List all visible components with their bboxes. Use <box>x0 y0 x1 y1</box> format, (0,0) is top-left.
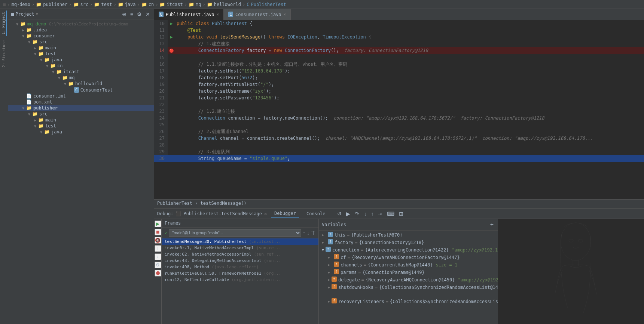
collapse-all-button[interactable]: ≡ <box>129 10 134 18</box>
debug-tab-debugger[interactable]: Debugger <box>271 209 299 218</box>
breadcrumb-itcast[interactable]: itcast <box>167 2 183 7</box>
frame-item-5[interactable]: runReflectiveCall:59, FrameworkMethod$1 … <box>162 270 318 277</box>
thread-down-btn[interactable]: ↓ <box>307 230 309 236</box>
frame-item-0[interactable]: testSendMessage:30, PublisherTest (cn.it… <box>162 238 318 245</box>
settings-button[interactable]: ⚙ <box>136 10 143 18</box>
tree-item-consumer-itcast[interactable]: ▼ 📁 itcast <box>8 69 154 75</box>
locate-file-button[interactable]: ⊕ <box>121 10 127 18</box>
resume-side-btn[interactable]: ▶ <box>155 220 161 227</box>
folder-icon-consumer-java: 📁 <box>44 57 50 62</box>
close-tab-publishertest[interactable]: ✕ <box>217 12 219 17</box>
tab-publishertest[interactable]: C PublisherTest.java ✕ <box>154 9 224 20</box>
tree-item-consumer-java[interactable]: ▼ 📁 java <box>8 57 154 63</box>
tree-arrow-publisher-src: ▼ <box>26 112 32 116</box>
tab-label-consumertest: ConsumerTest.java <box>235 12 281 17</box>
tree-item-consumer-mq[interactable]: ▼ 📁 mq <box>8 75 154 81</box>
tree-item-publisher-main[interactable]: ▶ 📁 main <box>8 117 154 123</box>
tree-item-consumer-cn[interactable]: ▼ 📁 cn <box>8 63 154 69</box>
svg-point-0 <box>561 223 591 260</box>
settings-side-btn[interactable]: ⚙ <box>155 262 161 268</box>
breadcrumb-test[interactable]: test <box>101 2 112 7</box>
tab-project[interactable]: 1: Project <box>1 10 7 36</box>
breadcrumb-mq[interactable]: mq <box>196 2 201 7</box>
tree-item-publisher[interactable]: ▼ 📁 publisher <box>8 105 154 111</box>
code-editor[interactable]: 10 ▶ public class PublisherTest { 11 @Te… <box>154 20 644 199</box>
tree-item-consumer-test[interactable]: ▼ 📁 test <box>8 51 154 57</box>
line-27: 27 Channel channel = connection.createCh… <box>154 135 644 142</box>
tree-item-pomxml[interactable]: 📄 pom.xml <box>8 99 154 105</box>
run-to-cursor-button[interactable]: ⇥ <box>376 210 384 217</box>
tree-arrow-consumer-itcast: ▼ <box>50 70 56 74</box>
evaluate-button[interactable]: ⌨ <box>385 210 396 217</box>
folder-icon-publisher-java: 📁 <box>44 129 50 135</box>
step-over-button[interactable]: ↷ <box>353 210 361 217</box>
tree-item-publisher-java[interactable]: ▼ 📁 java <box>8 129 154 135</box>
tree-item-consumer-src[interactable]: ▼ 📁 src <box>8 39 154 45</box>
red-dot-btn[interactable] <box>155 270 161 277</box>
tree-item-consumeriml[interactable]: 📄 consumer.iml <box>8 93 154 99</box>
folder-icon-publisher: 📁 <box>26 105 32 111</box>
vertical-tab-strip: 1: Project 2: Structure <box>0 9 8 324</box>
breadcrumb-src[interactable]: src <box>80 2 89 7</box>
tree-item-mqdemo[interactable]: ▼ 📁 mq-demo G:\Projects\IdeaProjects\mq-… <box>8 21 154 27</box>
step-into-button[interactable]: ↓ <box>362 210 368 217</box>
var-item-recoverylisteners[interactable]: ▶ f recoveryListeners = {Collections$Syn… <box>319 298 498 312</box>
breadcrumb-helloworld[interactable]: helloworld <box>214 2 241 7</box>
close-sidebar-button[interactable]: ✕ <box>145 10 151 18</box>
tree-arrow-mqdemo: ▼ <box>14 22 20 26</box>
frame-item-2[interactable]: invoke:62, NativeMethodAccessorImpl (sun… <box>162 251 318 257</box>
tree-item-consumer-main[interactable]: ▶ 📁 main <box>8 45 154 51</box>
stop-side-btn[interactable]: ⏹ <box>155 229 161 235</box>
tree-item-consumer[interactable]: ▼ 📁 consumer <box>8 33 154 39</box>
breadcrumb-cn[interactable]: cn <box>149 2 154 7</box>
line-15: 15 <box>154 54 644 61</box>
tree-item-publisher-src[interactable]: ▼ 📁 src <box>8 111 154 117</box>
line-10: 10 ▶ public class PublisherTest { <box>154 20 644 27</box>
thread-selector: ✓ "main"@1 in group "main"... ↑ ↓ ⊤ <box>162 228 318 238</box>
frame-item-3[interactable]: invoke:43, DelegatingMethodAccessorImpl … <box>162 257 318 264</box>
close-tab-consumertest[interactable]: ✕ <box>284 12 286 17</box>
breadcrumb-publishertest[interactable]: PublisherTest <box>251 2 286 7</box>
resume-button[interactable]: ▶ <box>345 210 352 217</box>
restore-button[interactable]: ⊞ <box>397 210 405 217</box>
var-item-delegate[interactable]: ▶ f delegate = {RecoveryAwareAMQConnecti… <box>319 276 498 284</box>
var-item-this[interactable]: ▶ f this = {PublisherTest@870} <box>319 231 498 239</box>
var-item-params[interactable]: ▶ f params = {ConnectionParams@1449} <box>319 269 498 276</box>
var-item-cf[interactable]: ▶ f cf = {RecoveryAwareAMQConnectionFact… <box>319 254 498 261</box>
breadcrumb-mqdemo[interactable]: mq-demo <box>11 2 30 7</box>
var-item-channels[interactable]: ▶ f channels = {ConcurrentHashMap@1448} … <box>319 261 498 269</box>
debug-tab-console[interactable]: Console <box>303 210 329 218</box>
breadcrumb-publisher[interactable]: publisher <box>43 2 67 7</box>
thread-filter-btn[interactable]: ⊤ <box>311 230 315 236</box>
breadcrumb-folder-icon6: 📁 <box>189 2 194 7</box>
line-24: 24 Connection connection = factory.newCo… <box>154 115 644 121</box>
thread-dropdown[interactable]: "main"@1 in group "main"... <box>169 229 301 237</box>
rerun-button[interactable]: ↺ <box>336 210 343 217</box>
var-item-factory[interactable]: ▶ f factory = {ConnectionFactory@1218} <box>319 239 498 246</box>
thread-up-btn[interactable]: ↑ <box>303 230 305 236</box>
tab-structure[interactable]: 2: Structure <box>1 39 7 69</box>
close-debug-session[interactable]: ✕ <box>264 211 267 216</box>
frame-item-4[interactable]: invoke:498, Method (java.lang.reflect) <box>162 264 318 270</box>
frame-item-1[interactable]: invoke0:-1, NativeMethodAccessorImpl (su… <box>162 245 318 251</box>
up-side-btn[interactable]: ↑ <box>155 245 161 252</box>
down-side-btn[interactable]: ↓ <box>155 253 161 260</box>
var-item-connection[interactable]: ▼ f connection = {AutorecoveringConnecti… <box>319 246 498 254</box>
var-item-shutdownhooks[interactable]: ▶ f shutdownHooks = {Collections$Synchro… <box>319 284 498 298</box>
step-out-button[interactable]: ↑ <box>369 210 375 217</box>
tree-item-idea[interactable]: ▶ 📁 .idea <box>8 27 154 33</box>
add-variable-btn[interactable]: + <box>489 220 495 229</box>
tree-item-consumertest[interactable]: C ConsumerTest <box>8 87 154 93</box>
tree-item-publisher-test[interactable]: ▼ 📁 test <box>8 123 154 129</box>
mute-side-btn[interactable]: 🔇 <box>155 237 161 244</box>
svg-point-1 <box>569 239 573 242</box>
folder-icon-consumer-test: 📁 <box>38 51 44 56</box>
tree-item-consumer-helloworld[interactable]: ▼ 📁 helloworld <box>8 81 154 87</box>
frame-item-6[interactable]: run:12, ReflectiveCallable (org.junit.in… <box>162 277 318 283</box>
breadcrumb-java[interactable]: java <box>125 2 136 7</box>
debug-session-label: PublisherTest.testSendMessage <box>183 211 262 216</box>
breadcrumb-folder-icon7: 📁 <box>207 2 213 7</box>
tab-consumertest[interactable]: C ConsumerTest.java ✕ <box>224 9 291 20</box>
line-13: 13 // 1.建立连接 <box>154 40 644 47</box>
tree-arrow-consumer-test: ▼ <box>32 52 38 56</box>
